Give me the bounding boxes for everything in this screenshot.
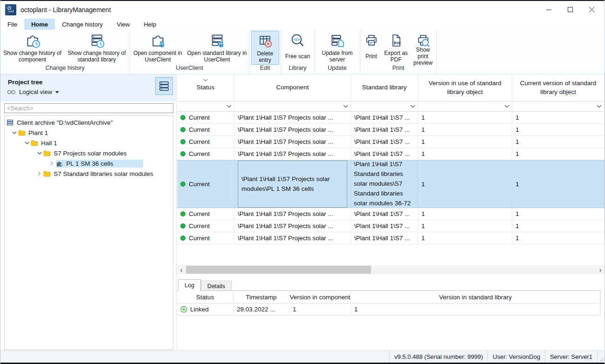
title-bar: octoplant - LibraryManagement xyxy=(0,1,605,19)
version-info: v9.5.0.488 (Serial number: 9999) xyxy=(389,351,488,363)
show-print-preview-button[interactable]: Show print preview xyxy=(410,31,436,65)
tree-item-s7-projects[interactable]: S7 Projects solar modules xyxy=(5,148,173,158)
view-selector-label: Logical view xyxy=(19,88,52,95)
filter-row xyxy=(177,101,605,112)
glasses-icon xyxy=(7,89,16,95)
export-as-pdf-button[interactable]: PDF Export as PDF xyxy=(382,31,410,65)
show-change-history-of-standard-library-button[interactable]: Show change history of standard library xyxy=(64,31,130,65)
menu-file[interactable]: File xyxy=(0,19,24,30)
tree-item-hall-1[interactable]: Hall 1 xyxy=(5,138,173,148)
scrollbar-thumb[interactable] xyxy=(186,266,371,274)
menu-home[interactable]: Home xyxy=(24,19,55,30)
application-window: octoplant - LibraryManagement File Home … xyxy=(0,0,605,364)
table-row-selected[interactable]: Current \Plant 1\Hall 1\S7 Projects sola… xyxy=(177,160,605,208)
ribbon-group-print: Print PDF Export as PDF Show print previ… xyxy=(360,30,437,74)
column-header-current-version[interactable]: Current version of standard library obje… xyxy=(512,74,605,101)
sort-chevron-icon xyxy=(203,292,208,299)
chevron-down-icon[interactable] xyxy=(35,152,43,155)
log-column-version-in-standard-library[interactable]: Version in standard library xyxy=(351,291,600,303)
column-header-status[interactable]: Status xyxy=(177,74,234,101)
free-scan-icon: </> xyxy=(290,32,305,49)
table-body: Current \Plant 1\Hall 1\S7 Projects sola… xyxy=(177,112,605,244)
filter-status[interactable] xyxy=(177,101,234,111)
ribbon-group-label: Print xyxy=(360,65,436,74)
app-logo-icon xyxy=(5,4,16,15)
log-row[interactable]: Linked 29.03.2022 ... 1 1 xyxy=(177,303,601,316)
open-library-icon xyxy=(209,32,225,49)
circle-plus-icon xyxy=(180,306,187,313)
menu-help[interactable]: Help xyxy=(137,19,163,30)
table-row[interactable]: Current \Plant 1\Hall 1\S7 Projects sola… xyxy=(177,136,605,148)
menu-change-history[interactable]: Change history xyxy=(55,19,110,30)
tree-item-plant-1[interactable]: Plant 1 xyxy=(5,128,173,138)
column-header-standard-library[interactable]: Standard library xyxy=(351,74,418,101)
ribbon-group-label: Edit xyxy=(249,65,281,74)
table-row[interactable]: Current \Plant 1\Hall 1\S7 Projects sola… xyxy=(177,112,605,124)
scroll-right-arrow-icon[interactable]: › xyxy=(596,265,605,274)
chevron-down-icon[interactable] xyxy=(23,142,31,145)
tab-log[interactable]: Log xyxy=(178,279,201,291)
open-component-in-userclient-button[interactable]: Open component in UserClient xyxy=(131,31,186,65)
project-tree-title: Project tree xyxy=(8,79,42,86)
close-button[interactable] xyxy=(581,1,603,19)
maximize-button[interactable] xyxy=(560,1,581,19)
menu-view[interactable]: View xyxy=(110,19,137,30)
column-header-component[interactable]: Component xyxy=(234,74,351,101)
ribbon-group-edit: Delete entry Edit xyxy=(249,30,281,74)
table-row[interactable]: Current \Plant 1\Hall 1\S7 Projects sola… xyxy=(177,208,605,220)
filter-version-in-use[interactable] xyxy=(418,101,512,111)
chevron-down-icon[interactable] xyxy=(10,131,18,135)
log-column-version-in-component[interactable]: Version in component xyxy=(289,291,351,303)
project-tree: Client archive "D:\vdClientArchive" Plan… xyxy=(4,115,173,350)
status-green-dot-icon xyxy=(180,211,186,216)
selected-tree-item: 7 PL 1 SM 36 cells xyxy=(56,160,143,168)
chevron-right-icon[interactable] xyxy=(48,161,56,166)
search-input[interactable] xyxy=(4,103,173,113)
status-green-dot-icon xyxy=(180,151,186,156)
minimize-button[interactable] xyxy=(538,1,560,19)
filter-chevron-icon xyxy=(504,105,509,108)
export-pdf-icon: PDF xyxy=(389,32,404,49)
ribbon-group-label: Update xyxy=(315,65,360,74)
svg-text:PDF: PDF xyxy=(394,41,401,45)
log-column-timestamp[interactable]: Timestamp xyxy=(234,291,289,303)
project-tree-header: Project tree Logical view xyxy=(0,74,176,101)
table-header: Status Component Standard library Versio… xyxy=(177,74,605,101)
open-standard-library-in-userclient-button[interactable]: Open standard library in UserClient xyxy=(186,31,249,65)
server-info: Server: Server1 xyxy=(545,351,597,363)
print-button[interactable]: Print xyxy=(361,31,382,65)
horizontal-scrollbar[interactable]: ‹ › xyxy=(177,265,605,274)
table-row[interactable]: Current \Plant 1\Hall 1\S7 Projects sola… xyxy=(177,220,605,232)
tree-item-s7-standard-libraries[interactable]: S7 Standard libraries solar modules xyxy=(5,169,173,179)
view-selector[interactable]: Logical view xyxy=(7,88,59,95)
log-column-status[interactable]: Status xyxy=(177,291,234,303)
filter-chevron-icon xyxy=(597,105,602,108)
filter-standard-library[interactable] xyxy=(351,101,418,111)
filter-current-version[interactable] xyxy=(512,101,605,111)
update-from-server-button[interactable]: Update from server xyxy=(316,31,359,65)
table-row[interactable]: Current \Plant 1\Hall 1\S7 Projects sola… xyxy=(177,124,605,136)
ribbon-group-update: Update from server Update xyxy=(315,30,360,74)
log-table-header: Status Timestamp Version in component Ve… xyxy=(177,291,601,303)
user-info: User: VersionDog xyxy=(488,351,545,363)
filter-component[interactable] xyxy=(234,101,351,111)
folder-icon xyxy=(31,140,40,146)
scroll-left-arrow-icon[interactable]: ‹ xyxy=(177,265,186,274)
ribbon: Show change history of component Show ch… xyxy=(0,30,605,74)
tree-item-client-archive[interactable]: Client archive "D:\vdClientArchive" xyxy=(5,117,173,128)
table-row[interactable]: Current \Plant 1\Hall 1\S7 Projects sola… xyxy=(177,148,605,160)
ribbon-group-label: Change history xyxy=(0,65,130,74)
show-change-history-of-component-button[interactable]: Show change history of component xyxy=(1,31,64,65)
tab-details[interactable]: Details xyxy=(201,281,232,291)
delete-entry-button[interactable]: Delete entry xyxy=(251,31,279,65)
ribbon-group-userclient: Open component in UserClient Open standa… xyxy=(130,30,249,74)
table-row[interactable]: Current \Plant 1\Hall 1\S7 Projects sola… xyxy=(177,232,605,244)
chevron-right-icon[interactable] xyxy=(35,171,43,176)
resize-grip[interactable] xyxy=(597,351,605,363)
server-view-toggle-button[interactable] xyxy=(155,77,173,95)
column-header-version-in-use[interactable]: Version in use of standard library objec… xyxy=(418,74,512,101)
folder-icon xyxy=(18,129,28,136)
log-table: Status Timestamp Version in component Ve… xyxy=(177,290,601,316)
free-scan-button[interactable]: </> Free scan xyxy=(282,31,314,65)
tree-item-pl-1-sm-36-cells[interactable]: 7 PL 1 SM 36 cells xyxy=(5,158,173,169)
